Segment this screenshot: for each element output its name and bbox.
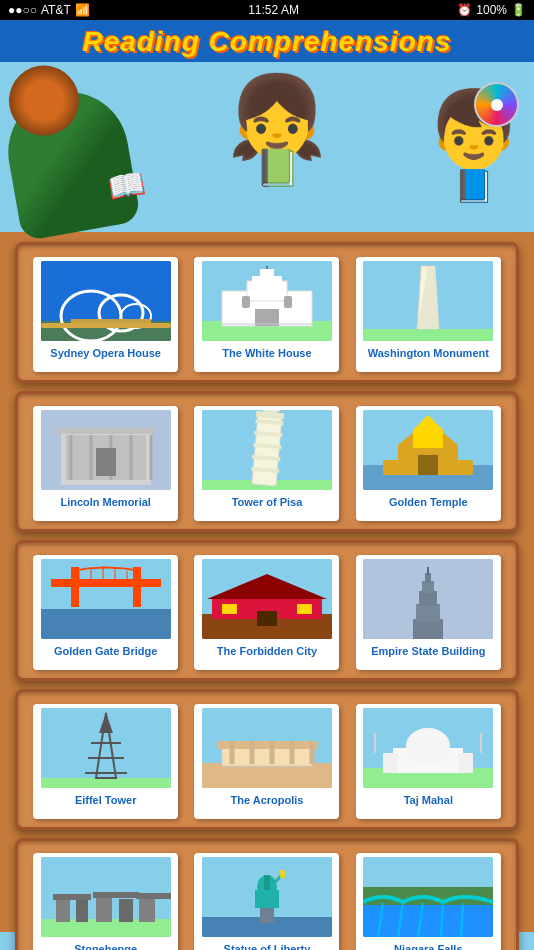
book-label-washington: Washington Monument	[368, 347, 489, 360]
book-image-sydney	[41, 261, 171, 341]
svg-rect-20	[363, 329, 493, 341]
status-left: ●●○○ AT&T 📶	[8, 3, 90, 17]
book-image-ggbridge	[41, 559, 171, 639]
svg-rect-74	[419, 591, 437, 606]
book-label-acropolis: The Acropolis	[231, 794, 304, 807]
svg-rect-32	[96, 448, 116, 476]
book-image-lincoln	[41, 410, 171, 490]
book-label-pisa: Tower of Pisa	[232, 496, 303, 509]
book-image-whitehouse	[202, 261, 332, 341]
wifi-icon: 📶	[75, 3, 90, 17]
kid-center-illustration	[227, 77, 327, 232]
book-image-eiffel	[41, 708, 171, 788]
book-card-ggbridge[interactable]: Golden Gate Bridge	[33, 555, 178, 670]
svg-rect-49	[418, 455, 438, 475]
kids-illustration-area	[0, 62, 534, 232]
book-card-eiffel[interactable]: Eiffel Tower	[33, 704, 178, 819]
svg-rect-100	[458, 753, 473, 773]
kid-left-illustration	[0, 83, 141, 242]
svg-rect-107	[96, 895, 112, 922]
book-label-sydney: Sydney Opera House	[50, 347, 161, 360]
svg-rect-16	[242, 296, 250, 308]
svg-rect-50	[383, 460, 403, 475]
shelf-5: Stonehenge Statue of Liberty Niagara Fal…	[15, 838, 519, 950]
svg-rect-108	[119, 899, 133, 922]
svg-rect-6	[41, 323, 171, 328]
book-label-forbidden-city: The Forbidden City	[217, 645, 317, 658]
status-time: 11:52 AM	[248, 3, 299, 17]
svg-rect-17	[284, 296, 292, 308]
svg-rect-54	[51, 579, 161, 587]
svg-rect-111	[93, 892, 139, 898]
book-card-lincoln[interactable]: Lincoln Memorial	[33, 406, 178, 521]
book-image-empire	[363, 559, 493, 639]
signal-dots: ●●○○	[8, 3, 37, 17]
book-card-golden-temple[interactable]: Golden Temple	[356, 406, 501, 521]
svg-rect-86	[202, 763, 332, 788]
battery-label: 100%	[476, 3, 507, 17]
svg-rect-99	[383, 753, 398, 773]
svg-rect-70	[297, 604, 312, 614]
svg-rect-110	[53, 894, 91, 900]
app-header: Reading Comprehensions	[0, 20, 534, 62]
shelves-container: Sydney Opera House The White House Washi…	[0, 232, 534, 932]
book-card-washington[interactable]: Washington Monument	[356, 257, 501, 372]
shelf-4: Eiffel Tower The Acropolis Taj Mahal	[15, 689, 519, 830]
book-image-forbidden-city	[202, 559, 332, 639]
book-image-stonehenge	[41, 857, 171, 937]
svg-rect-73	[416, 604, 440, 622]
cd-icon	[474, 82, 519, 127]
book-card-acropolis[interactable]: The Acropolis	[194, 704, 339, 819]
svg-rect-53	[41, 609, 171, 639]
svg-rect-98	[418, 730, 438, 748]
book-label-whitehouse: The White House	[222, 347, 311, 360]
book-label-statue-liberty: Statue of Liberty	[224, 943, 311, 950]
book-card-statue-liberty[interactable]: Statue of Liberty	[194, 853, 339, 950]
battery-icon: 🔋	[511, 3, 526, 17]
svg-rect-55	[71, 567, 79, 607]
svg-line-127	[441, 902, 443, 937]
svg-rect-47	[413, 430, 443, 448]
book-card-whitehouse[interactable]: The White House	[194, 257, 339, 372]
svg-rect-77	[427, 567, 429, 575]
book-image-golden-temple	[363, 410, 493, 490]
shelf-1: Sydney Opera House The White House Washi…	[15, 242, 519, 383]
book-label-empire: Empire State Building	[371, 645, 485, 658]
carrier-label: AT&T	[41, 3, 71, 17]
book-card-forbidden-city[interactable]: The Forbidden City	[194, 555, 339, 670]
book-label-ggbridge: Golden Gate Bridge	[54, 645, 157, 658]
shelf-2: Lincoln Memorial Tower of Pisa Golden Te…	[15, 391, 519, 532]
svg-line-128	[461, 903, 463, 937]
svg-rect-68	[257, 611, 277, 626]
svg-rect-105	[56, 897, 70, 922]
book-card-niagara[interactable]: Niagara Falls	[356, 853, 501, 950]
book-card-taj-mahal[interactable]: Taj Mahal	[356, 704, 501, 819]
svg-rect-69	[222, 604, 237, 614]
book-image-washington	[363, 261, 493, 341]
status-right: ⏰ 100% 🔋	[457, 3, 526, 17]
book-image-taj-mahal	[363, 708, 493, 788]
book-image-niagara	[363, 857, 493, 937]
book-label-stonehenge: Stonehenge	[74, 943, 137, 950]
book-card-pisa[interactable]: Tower of Pisa	[194, 406, 339, 521]
book-image-acropolis	[202, 708, 332, 788]
app-title: Reading Comprehensions	[4, 26, 530, 58]
svg-rect-51	[453, 460, 473, 475]
book-label-golden-temple: Golden Temple	[389, 496, 468, 509]
svg-rect-56	[133, 567, 141, 607]
svg-rect-79	[41, 778, 171, 788]
book-card-stonehenge[interactable]: Stonehenge	[33, 853, 178, 950]
book-card-empire[interactable]: Empire State Building	[356, 555, 501, 670]
svg-rect-106	[76, 900, 88, 922]
svg-rect-109	[139, 896, 155, 922]
book-label-taj-mahal: Taj Mahal	[404, 794, 453, 807]
svg-rect-12	[260, 269, 274, 279]
status-bar: ●●○○ AT&T 📶 11:52 AM ⏰ 100% 🔋	[0, 0, 534, 20]
svg-rect-112	[136, 893, 171, 899]
alarm-icon: ⏰	[457, 3, 472, 17]
book-image-statue-liberty	[202, 857, 332, 937]
svg-rect-118	[264, 875, 270, 890]
svg-rect-120	[280, 870, 285, 878]
shelf-3: Golden Gate Bridge The Forbidden City Em…	[15, 540, 519, 681]
book-card-sydney[interactable]: Sydney Opera House	[33, 257, 178, 372]
